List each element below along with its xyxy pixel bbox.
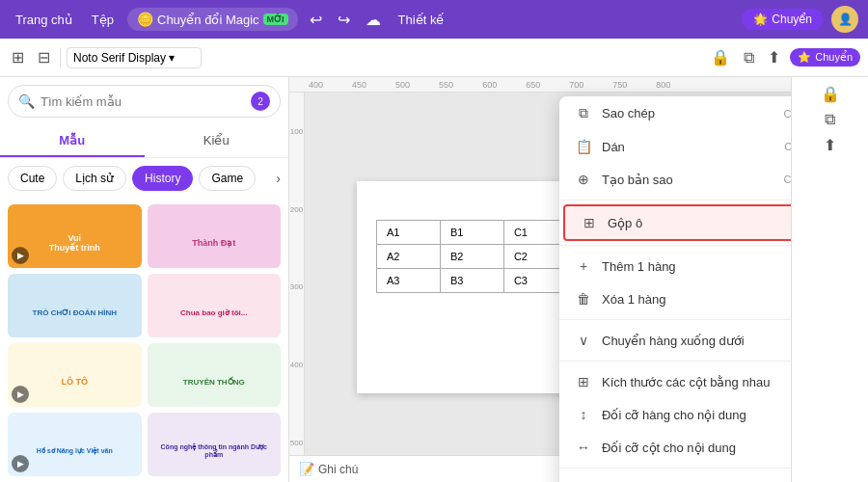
canva-pro-label: Chuyển: [772, 13, 812, 26]
note-label[interactable]: Ghi chú: [318, 463, 358, 476]
resize-cols-icon: ⊞: [575, 374, 592, 389]
duplicate-icon: ⊕: [575, 172, 592, 187]
right-share-icon[interactable]: ⬆: [800, 136, 860, 154]
canva-pro-button[interactable]: 🌟 Chuyển: [742, 9, 824, 30]
canva-icon: 🌟: [753, 13, 768, 26]
right-lock-icon[interactable]: 🔒: [800, 85, 860, 103]
redo-icon[interactable]: ↪: [334, 7, 354, 33]
play-icon-5[interactable]: ▶: [12, 386, 29, 403]
template-card-7[interactable]: Hồ sơ Năng lực Việt văn ▶: [8, 413, 142, 476]
template-card-6[interactable]: TRUYÊN THỐNG: [148, 343, 282, 407]
canvas-table[interactable]: A1B1C1 A2B2C2 A3B3C3: [376, 220, 569, 293]
divider-5: [559, 468, 791, 469]
template-label-1: VuiThuyết trình: [49, 233, 100, 253]
menu-item-kichthuoc[interactable]: ⊞ Kích thước các cột bằng nhau: [559, 365, 791, 398]
cat-lichsu[interactable]: Lịch sử: [63, 166, 126, 191]
right-panel: 🔒 ⧉ ⬆: [791, 77, 868, 482]
magic-button[interactable]: 🪙 Chuyển đổi Magic MỚI: [127, 8, 298, 31]
menu-item-xoa1hang[interactable]: 🗑 Xóa 1 hàng: [559, 282, 791, 315]
second-toolbar: ⊞ ⊟ Noto Serif Display ▾ 🔒 ⧉ ⬆ ⭐ Chuyển: [0, 39, 868, 77]
table-icon[interactable]: ⊟: [34, 44, 54, 70]
template-card-3[interactable]: TRÒ CHƠI ĐOÁN HÌNH: [8, 274, 142, 337]
right-copy-icon[interactable]: ⧉: [800, 111, 860, 128]
template-label-4: Chua bao giờ tôi...: [180, 308, 247, 317]
main-area: 🔍 2 Mẫu Kiểu Cute Lịch sử History Game ›…: [0, 77, 868, 482]
canva-star-icon: ⭐: [798, 51, 811, 64]
delete-row-icon: 🗑: [575, 291, 592, 307]
divider-4: [559, 361, 791, 362]
template-label-5: LÔ TÔ: [62, 377, 89, 387]
separator: [60, 48, 61, 67]
divider-2: [559, 245, 791, 246]
divider-3: [559, 319, 791, 320]
menu-item-taobansao[interactable]: ⊕ Tạo bản sao Ctrl+D: [559, 163, 791, 196]
menu-item-doicocot[interactable]: ↔ Đối cỡ cột cho nội dung: [559, 431, 791, 464]
divider-1: [559, 200, 791, 201]
search-input[interactable]: [41, 94, 245, 109]
nav-design[interactable]: Thiết kế: [393, 9, 450, 31]
play-icon-7[interactable]: ▶: [12, 455, 29, 472]
menu-item-canchinhtheotrang[interactable]: ≡ Căn chỉnh theo trang ›: [559, 472, 791, 482]
tab-kieu[interactable]: Kiểu: [145, 125, 289, 157]
fit-row-icon: ↕: [575, 407, 592, 422]
menu-item-chuyenxuongduoi[interactable]: ∨ Chuyển hàng xuống dưới: [559, 324, 791, 357]
cat-history[interactable]: History: [132, 166, 193, 191]
copy-toolbar-icon[interactable]: ⧉: [740, 45, 758, 70]
coin-icon: 🪙: [137, 12, 153, 27]
tab-row: Mẫu Kiểu: [0, 125, 288, 158]
template-label-2: Thành Đạt: [192, 238, 235, 248]
menu-item-gopo[interactable]: ⊞ Gộp ô: [563, 204, 791, 241]
play-icon-1[interactable]: ▶: [12, 247, 29, 264]
canva-pro-toolbar-label: Chuyển: [815, 51, 853, 64]
cat-game[interactable]: Game: [199, 166, 256, 191]
move-down-icon: ∨: [575, 333, 592, 348]
top-nav: Trang chủ Tệp 🪙 Chuyển đổi Magic MỚI ↩ ↪…: [0, 0, 868, 39]
font-chevron: ▾: [169, 51, 175, 65]
sidebar: 🔍 2 Mẫu Kiểu Cute Lịch sử History Game ›…: [0, 77, 289, 482]
template-label-7: Hồ sơ Năng lực Việt văn: [37, 447, 113, 455]
template-card-8[interactable]: Công nghệ thông tin ngành Dược phẩm: [148, 413, 282, 476]
grid-icon[interactable]: ⊞: [8, 44, 28, 70]
template-grid: VuiThuyết trình ▶ Thành Đạt TRÒ CHƠI ĐOÁ…: [0, 199, 288, 482]
copy-icon: ⧉: [575, 105, 592, 121]
template-card-5[interactable]: LÔ TÔ ▶: [8, 343, 142, 407]
search-badge: 2: [251, 92, 270, 111]
share-toolbar-icon[interactable]: ⬆: [764, 44, 784, 70]
ruler-vertical: 100 200 300 400 500: [289, 93, 305, 482]
lock-toolbar-icon[interactable]: 🔒: [707, 44, 734, 70]
magic-label: Chuyển đổi Magic: [157, 13, 259, 27]
canvas-area: 400 450 500 550 600 650 700 750 800 100 …: [289, 77, 791, 482]
nav-home[interactable]: Trang chủ: [10, 9, 78, 31]
nav-file[interactable]: Tệp: [86, 9, 120, 31]
tab-mau[interactable]: Mẫu: [0, 125, 145, 157]
template-card-2[interactable]: Thành Đạt: [148, 204, 282, 268]
menu-item-doicohangnoidung[interactable]: ↕ Đối cỡ hàng cho nội dung: [559, 398, 791, 431]
merge-icon: ⊞: [581, 215, 598, 230]
paste-icon: 📋: [575, 139, 592, 154]
new-badge: MỚI: [263, 13, 288, 25]
note-icon: 📝: [299, 462, 314, 476]
nav-right: 🌟 Chuyển 👤: [742, 6, 858, 33]
search-icon: 🔍: [18, 94, 35, 109]
avatar[interactable]: 👤: [831, 6, 858, 33]
fit-col-icon: ↔: [575, 440, 592, 455]
template-label-8: Công nghệ thông tin ngành Dược phẩm: [153, 443, 276, 459]
template-card-1[interactable]: VuiThuyết trình ▶: [8, 204, 142, 268]
category-row: Cute Lịch sử History Game ›: [0, 158, 288, 199]
canva-pro-toolbar-button[interactable]: ⭐ Chuyển: [790, 48, 860, 67]
font-selector[interactable]: Noto Serif Display ▾: [67, 47, 202, 68]
menu-item-them1hang[interactable]: + Thêm 1 hàng: [559, 250, 791, 282]
cloud-icon[interactable]: ☁: [362, 7, 385, 33]
template-card-4[interactable]: Chua bao giờ tôi...: [148, 274, 282, 337]
menu-item-dan[interactable]: 📋 Dán Ctrl+V: [559, 130, 791, 163]
font-name: Noto Serif Display: [73, 51, 166, 65]
menu-item-saochep[interactable]: ⧉ Sao chép Ctrl+C: [559, 96, 791, 130]
undo-icon[interactable]: ↩: [306, 7, 326, 33]
toolbar-right: 🔒 ⧉ ⬆ ⭐ Chuyển: [707, 44, 860, 70]
cat-cute[interactable]: Cute: [8, 166, 57, 191]
template-label-3: TRÒ CHƠI ĐOÁN HÌNH: [33, 308, 117, 317]
search-bar: 🔍 2: [8, 85, 281, 118]
context-menu: ⧉ Sao chép Ctrl+C 📋 Dán Ctrl+V ⊕ Tạo bản…: [559, 96, 791, 482]
template-label-6: TRUYÊN THỐNG: [183, 378, 245, 387]
cat-arrow-icon[interactable]: ›: [276, 171, 281, 186]
